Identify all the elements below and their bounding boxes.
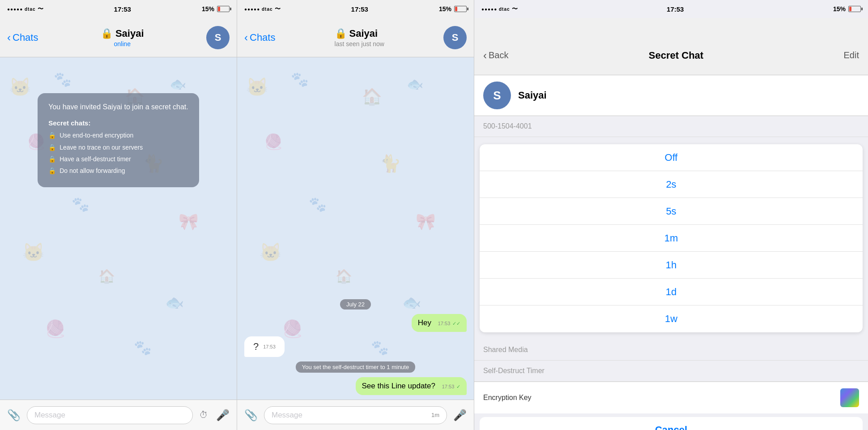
sc-back-label: Back (489, 50, 508, 60)
sc-body: S Saiyai 500-1504-4001 Off 2s 5s 1m (474, 75, 868, 430)
messages-container-2: July 22 Hey 17:53 ✓✓ ? 17:53 You set the… (237, 57, 474, 400)
picker-item-off[interactable]: Off (480, 144, 863, 171)
battery-icon-2 (454, 6, 467, 12)
picker-item-1d[interactable]: 1d (480, 279, 863, 305)
status-left-3: ●●●●● dtac 〜 (481, 5, 518, 13)
cancel-label: Cancel (655, 424, 687, 430)
feature-1: 🔒 Use end-to-end encryption (48, 131, 188, 139)
chat-background-1: 🐱 🐾 🏠 🐟 🧶 🐈 🐾 🎀 🐱 🏠 🐟 🧶 🐾 You have invit… (0, 57, 237, 400)
nav-bar-2: ‹ Chats 🔒 Saiyai last seen just now S (237, 18, 474, 57)
feature-text-1: Use end-to-end encryption (60, 131, 133, 139)
battery-percent-3: 15% (833, 5, 846, 13)
secret-chats-title-1: Secret chats: (48, 119, 188, 127)
picker-label-1m: 1m (664, 232, 678, 244)
wifi-icon-1: 〜 (38, 5, 43, 13)
message-placeholder-2: Message (272, 411, 428, 420)
faded-shared-media: Shared Media (474, 340, 868, 361)
sc-nav-top (474, 18, 868, 36)
nav-subtitle-1: online (101, 40, 144, 47)
faded-phone-row: 500-1504-4001 (474, 116, 868, 137)
panel-1: ●●●●● dtac 〜 17:53 15% ‹ Chats 🔒 Saiyai … (0, 0, 237, 430)
panel-2: ●●●●● dtac 〜 17:53 15% ‹ Chats 🔒 Saiyai … (237, 0, 474, 430)
status-right-3: 15% (833, 5, 861, 13)
message-input-2[interactable]: Message 1m (264, 406, 447, 424)
picker-label-5s: 5s (666, 206, 676, 217)
sc-avatar: S (483, 82, 511, 109)
lock-icon-2: 🔒 (335, 28, 347, 39)
bubble-line: See this Line update? 17:53 ✓ (356, 377, 467, 395)
lock-icon-feat-2: 🔒 (48, 143, 56, 151)
bubble-hey-text: Hey (418, 318, 431, 327)
encryption-key-row[interactable]: Encryption Key (474, 382, 868, 413)
chat-background-2: 🐱 🐾 🏠 🐟 🧶 🐈 🐾 🎀 🐱 🏠 🐟 🧶 🐾 July 22 Hey 17… (237, 57, 474, 400)
sc-chevron-icon: ‹ (483, 49, 487, 62)
bubble-line-text: See this Line update? (362, 382, 435, 390)
picker-item-1m[interactable]: 1m (480, 225, 863, 252)
nav-title-2: 🔒 Saiyai (335, 28, 384, 39)
picker-label-2s: 2s (666, 179, 676, 190)
feature-3: 🔒 Have a self-destruct timer (48, 155, 188, 163)
picker-item-1h[interactable]: 1h (480, 252, 863, 279)
avatar-1[interactable]: S (206, 26, 230, 49)
time-1: 17:53 (114, 5, 131, 13)
info-card-1: You have invited Saiyai to join a secret… (38, 93, 199, 187)
status-bar-1: ●●●●● dtac 〜 17:53 15% (0, 0, 237, 18)
back-label-2: Chats (250, 32, 275, 43)
status-right-2: 15% (439, 5, 467, 13)
sc-nav-bottom: ‹ Back Secret Chat Edit (474, 36, 868, 75)
battery-percent-2: 15% (439, 5, 451, 13)
nav-bar-3: ‹ Back Secret Chat Edit (474, 18, 868, 75)
sc-title: Secret Chat (649, 50, 703, 61)
picker-item-2s[interactable]: 2s (480, 171, 863, 198)
lock-icon-1: 🔒 (101, 28, 113, 39)
picker-item-1w[interactable]: 1w (480, 305, 863, 332)
signal-2: ●●●●● dtac (244, 7, 273, 12)
battery-fill-1 (218, 7, 220, 11)
sc-back-button[interactable]: ‹ Back (483, 49, 508, 62)
nav-center-1: 🔒 Saiyai online (101, 28, 144, 47)
picker-item-5s[interactable]: 5s (480, 198, 863, 225)
invite-text-1: You have invited Saiyai to join a secret… (48, 102, 188, 112)
faded-self-destruct: Self-Destruct Timer (474, 361, 868, 382)
picker-label-1h: 1h (666, 259, 677, 271)
system-message-2: You set the self-destruct timer to 1 min… (296, 361, 415, 373)
nav-subtitle-2: last seen just now (335, 40, 384, 47)
mic-icon-1[interactable]: 🎤 (214, 407, 231, 423)
message-input-1[interactable]: Message (27, 406, 193, 424)
cancel-button[interactable]: Cancel (480, 417, 863, 430)
picker-label-1w: 1w (665, 313, 677, 325)
contact-name-2: Saiyai (349, 28, 378, 39)
contact-name-1: Saiyai (115, 28, 144, 39)
input-bar-2: 📎 Message 1m 🎤 (237, 400, 474, 430)
lock-icon-feat-1: 🔒 (48, 131, 56, 139)
battery-icon-3 (848, 6, 861, 12)
feature-text-3: Have a self-destruct timer (60, 155, 131, 163)
panel-3: ●●●●● dtac 〜 17:53 15% ‹ Back Secret Cha… (474, 0, 868, 430)
status-left-2: ●●●●● dtac 〜 (244, 5, 281, 13)
battery-icon-1 (217, 6, 230, 12)
battery-fill-2 (455, 7, 457, 11)
lock-icon-feat-4: 🔒 (48, 167, 56, 175)
status-bar-3: ●●●●● dtac 〜 17:53 15% (474, 0, 868, 18)
back-button-1[interactable]: ‹ Chats (7, 32, 38, 43)
question-time: 17:53 (263, 344, 276, 349)
timer-icon-1[interactable]: ⏱ (197, 408, 210, 422)
sc-user-row: S Saiyai (474, 75, 868, 116)
sc-edit-button[interactable]: Edit (844, 50, 859, 60)
mic-icon-2[interactable]: 🎤 (451, 407, 468, 423)
nav-title-1: 🔒 Saiyai (101, 28, 144, 39)
bubble-hey-time: 17:53 (438, 321, 451, 326)
status-right-1: 15% (202, 5, 230, 13)
bubble-line-time: 17:53 (442, 384, 455, 389)
date-bubble-2: July 22 (340, 299, 371, 310)
attach-icon-2[interactable]: 📎 (243, 407, 260, 423)
message-row-line: See this Line update? 17:53 ✓ (244, 377, 467, 395)
back-button-2[interactable]: ‹ Chats (244, 32, 275, 43)
encryption-key-image (840, 388, 859, 407)
battery-percent-1: 15% (202, 5, 214, 13)
sc-user-name: Saiyai (518, 90, 547, 101)
feature-text-4: Do not allow forwarding (60, 167, 125, 175)
attach-icon-1[interactable]: 📎 (5, 407, 22, 423)
bubble-question: ? 17:53 (244, 336, 285, 357)
avatar-2[interactable]: S (443, 26, 467, 49)
